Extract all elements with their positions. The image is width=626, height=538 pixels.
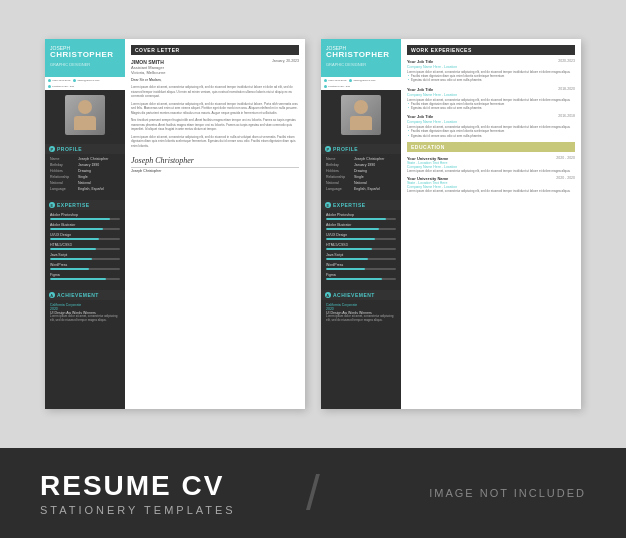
last-name-1: CHRISTOPHER [50,51,120,60]
person-silhouette-1 [74,100,96,130]
person-silhouette-2 [350,100,372,130]
profile-lang-row: Language English, Español [50,187,120,191]
cover-letter-title: COVER LETTER [131,45,299,55]
contact-bar-1: +000-1234-5678 share@abcxyz.com Location… [45,77,125,90]
edu-item-1: Your University Name State - Location Te… [407,156,575,173]
cover-greeting: Dear Sir or Madam, [131,78,299,82]
cover-signature: Joseph Christopher Joseph Christopher [131,156,299,173]
expertise-icon-1: E [49,202,55,208]
phone-2: +000-1234-5678 [324,79,346,82]
main-container: JOSEPH CHRISTOPHER GRAPHIC DESIGNER +000… [0,0,626,538]
skill-illustrator: Adobe Illustrator [50,223,120,230]
cover-recipient: JIMON SMITH Assistant Manager Victoria, … [131,59,165,75]
achievement-content-2: California Corporate 2020 UI Design Aw W… [321,300,401,329]
photo-placeholder-2 [341,95,381,135]
achievement-content-1: California Corporate 2020 UI Design Aw W… [45,300,125,329]
profile-icon-2: P [325,146,331,152]
bottom-banner: RESUME CV STATIONERY TEMPLATES / IMAGE N… [0,448,626,538]
main-content-1: COVER LETTER JIMON SMITH Assistant Manag… [125,39,305,409]
achievement-label-1: A ACHIEVEMENT [45,290,125,300]
top-section: JOSEPH CHRISTOPHER GRAPHIC DESIGNER +000… [0,0,626,448]
photo-2 [341,95,381,135]
body-shape-2 [350,116,372,130]
banner-subtitle: STATIONERY TEMPLATES [40,504,286,516]
work-item-1: Your Job Title 2020-2023 Company Name He… [407,59,575,83]
skill-html: HTML5/CSS3 [50,243,120,250]
work-exp-title: WORK EXPERIENCES [407,45,575,55]
skill-photoshop: Adobe Photoshop [50,213,120,220]
resume-card-2: JOSEPH CHRISTOPHER GRAPHIC DESIGNER +000… [321,39,581,409]
cover-para-4: Lorem ipsum dolor sit amet, consectetur … [131,135,299,149]
profile-rel-row: Relationship Single [50,175,120,179]
sidebar-1: JOSEPH CHRISTOPHER GRAPHIC DESIGNER +000… [45,39,125,409]
job-title-2: GRAPHIC DESIGNER [326,62,396,67]
cover-meta: JIMON SMITH Assistant Manager Victoria, … [131,59,299,75]
edu-title: EDUCATION [407,142,575,152]
email-2: share@abcxyz.com [349,79,375,82]
banner-left: RESUME CV STATIONERY TEMPLATES [40,470,286,516]
achievement-label-2: A ACHIEVEMENT [321,290,401,300]
photo-1 [65,95,105,135]
body-shape-1 [74,116,96,130]
expertise-content-1: Adobe Photoshop Adobe Illustrator UI/UX … [45,210,125,286]
edu-item-2: Your University Name State - Location Te… [407,176,575,193]
signature-text: Joseph Christopher [131,156,299,165]
skill-figma: Figma [50,273,120,280]
profile-content-1: Name Joseph Christopher Birthday January… [45,154,125,196]
banner-divider: / [306,468,320,518]
address-2: Location Type - 628 [324,85,350,88]
head-shape-1 [78,100,92,114]
banner-title: RESUME CV [40,470,286,502]
email-1: share@abcxyz.com [73,79,99,82]
resume-card-1: JOSEPH CHRISTOPHER GRAPHIC DESIGNER +000… [45,39,305,409]
sidebar-header-2: JOSEPH CHRISTOPHER GRAPHIC DESIGNER [321,39,401,77]
banner-note: IMAGE NOT INCLUDED [429,487,586,499]
achievement-item-1: California Corporate 2020 UI Design Aw W… [50,303,120,323]
profile-content-2: Name Joseph Christopher Birthday January… [321,154,401,196]
phone-1: +000-1234-5678 [48,79,70,82]
profile-bday-row: Birthday January 1990 [50,163,120,167]
contact-bar-2: +000-1234-5678 share@abcxyz.com Location… [321,77,401,90]
profile-icon-1: P [49,146,55,152]
skill-wp: WordPress [50,263,120,270]
expertise-label-1: E EXPERTISE [45,200,125,210]
head-shape-2 [354,100,368,114]
cover-para-1: Lorem ipsum dolor sit amet, consectetur … [131,85,299,99]
expertise-label-2: E EXPERTISE [321,200,401,210]
address-1: Location Type - 628 [48,85,74,88]
profile-name-row: Name Joseph Christopher [50,157,120,161]
profile-hobbies-row: Hobbies Drawing [50,169,120,173]
sidebar-header-1: JOSEPH CHRISTOPHER GRAPHIC DESIGNER [45,39,125,77]
expertise-content-2: Adobe Photoshop Adobe Illustrator UI/UX … [321,210,401,286]
banner-right: IMAGE NOT INCLUDED [340,487,586,499]
profile-label-1: P PROFILE [45,144,125,154]
skill-js: Java Script [50,253,120,260]
signature-label: Joseph Christopher [131,167,299,173]
work-item-2: Your Job Title 2018-2020 Company Name He… [407,87,575,111]
work-item-3: Your Job Title 2016-2018 Company Name He… [407,114,575,138]
achievement-icon-1: A [49,292,55,298]
cover-para-2: Lorem ipsum dolor sit amet, consectetur … [131,102,299,116]
skill-uiux: UI/UX Design [50,233,120,240]
cover-para-3: Nec tincidunt praesent semper feugiat ni… [131,118,299,132]
profile-label-2: P PROFILE [321,144,401,154]
main-content-2: WORK EXPERIENCES Your Job Title 2020-202… [401,39,581,409]
job-title-1: GRAPHIC DESIGNER [50,62,120,67]
cover-date: January, 20-2023 [272,59,299,75]
expertise-icon-2: E [325,202,331,208]
photo-placeholder-1 [65,95,105,135]
sidebar-2: JOSEPH CHRISTOPHER GRAPHIC DESIGNER +000… [321,39,401,409]
achievement-icon-2: A [325,292,331,298]
profile-nation-row: National National [50,181,120,185]
last-name-2: CHRISTOPHER [326,51,396,60]
